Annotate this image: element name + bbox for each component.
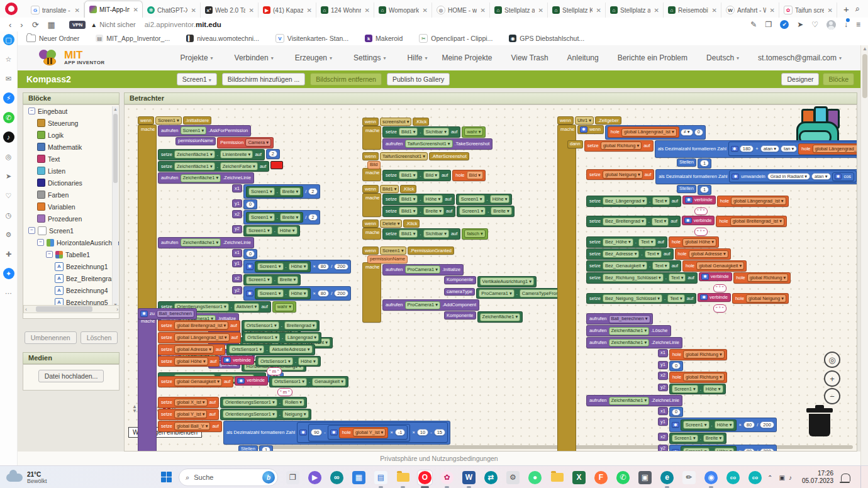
browser-tab[interactable]: ⌂Reisemobilp✕ bbox=[664, 3, 721, 18]
block-tx[interactable]: ✱verbinde bbox=[682, 196, 716, 204]
block-row[interactable]: setzeZeichenfläche1 ▾.Linienbreite ▾auf2 bbox=[158, 149, 351, 160]
tray-icon[interactable]: ♪ bbox=[789, 474, 792, 481]
browser-tab[interactable]: WAnfahrt - W✕ bbox=[721, 3, 779, 18]
block-l[interactable]: . bbox=[699, 387, 702, 392]
tree-item-horizontaleausrichtun[interactable]: −HorizontaleAusrichtun bbox=[23, 236, 119, 248]
teal-app-2-icon[interactable]: co bbox=[748, 470, 762, 485]
bookmark-item[interactable]: ✂Openclipart - Clippi... bbox=[419, 34, 492, 43]
block-row[interactable]: wennScreen1 ▾.PermissionGranted bbox=[362, 247, 569, 255]
block-cp[interactable]: Bez_Neigung_Schlüssel ▾ bbox=[603, 294, 662, 302]
browser-tab[interactable]: ✻ChatGPT-X✕ bbox=[143, 3, 201, 18]
block-row[interactable]: aufrufenZeichenfläche1 ▾.ZeichneLinie bbox=[158, 172, 351, 184]
block-lp[interactable]: y2 bbox=[232, 225, 242, 233]
block-l[interactable]: . bbox=[419, 231, 421, 236]
block-str[interactable]: " ° " bbox=[713, 304, 726, 313]
block-cp[interactable]: Text ▾ bbox=[667, 294, 685, 302]
block-cp[interactable]: Bez_Höhe ▾ bbox=[603, 238, 633, 247]
block-cp[interactable]: Längengrad ▾ bbox=[285, 333, 319, 341]
block-st[interactable]: setzeBild1 ▾.Sichtbar ▾auf bbox=[382, 228, 460, 240]
procedure-bali-berechnen[interactable]: mache✱zuBali_berechnensetzeglobal Breite… bbox=[138, 308, 450, 452]
block-ma[interactable]: 0 bbox=[243, 199, 257, 209]
block-cp[interactable]: Höhe ▾ bbox=[490, 195, 510, 203]
block-st[interactable]: OrtsSensor1 ▾.Höhe ▾ bbox=[255, 356, 321, 367]
block-row[interactable]: setzeZeichenfläche1 ▾.ZeichenFarbe ▾auf bbox=[158, 161, 351, 172]
block-spine[interactable]: mache bbox=[362, 193, 381, 217]
block-ev[interactable]: .Klick bbox=[400, 185, 416, 193]
block-cp[interactable]: Bild1 ▾ bbox=[399, 230, 418, 238]
block-vr[interactable]: holeglobal Y_ist ▾ bbox=[339, 427, 389, 438]
block-mut[interactable]: ✱ bbox=[732, 174, 739, 179]
block-ma2[interactable]: ✱180+atan ▾tan ▾holeglobal Längengrad_is… bbox=[728, 141, 857, 156]
block-row[interactable]: Bild bbox=[367, 161, 486, 169]
block-cp[interactable]: Höhe ▾ bbox=[289, 289, 309, 297]
block-vr[interactable]: setzeglobal Genauigkeit ▾auf bbox=[158, 376, 233, 387]
block-l[interactable]: . bbox=[419, 173, 421, 178]
block-lp[interactable]: x2 bbox=[658, 372, 668, 380]
block-l[interactable]: hole bbox=[455, 173, 465, 178]
block-st[interactable]: setzeBez_Adresse ▾.Text ▾auf bbox=[586, 248, 674, 260]
block-ma[interactable]: 1 bbox=[259, 445, 273, 452]
block-st[interactable]: OrtsSensor1 ▾.Breitengrad ▾ bbox=[242, 320, 320, 331]
block-row[interactable]: setzeBild1 ▾.Bild ▾aufholeBild ▾ bbox=[382, 170, 486, 181]
block-row[interactable]: aufrufenBali_berechnen ▾ bbox=[586, 313, 857, 324]
header-link[interactable]: Berichte ein Problem bbox=[618, 53, 687, 62]
block-st[interactable]: Screen1 ▾.Höhe ▾ bbox=[681, 446, 737, 452]
block-ev[interactable]: .AfterScreenshot bbox=[429, 152, 469, 160]
tree-item-eingebaut[interactable]: −Eingebaut bbox=[23, 105, 119, 117]
delete-button[interactable]: Löschen bbox=[81, 331, 118, 344]
browser-tab[interactable]: ⌂124 Wohnm✕ bbox=[316, 3, 374, 18]
block-st[interactable]: Screen1 ▾.Höhe ▾ bbox=[669, 384, 726, 395]
block-row[interactable]: setzeglobal Breitengrad_ist ▾aufOrtsSens… bbox=[158, 320, 450, 331]
block-lp[interactable]: x2 bbox=[232, 274, 242, 282]
block-l[interactable]: hole bbox=[685, 263, 695, 269]
block-cp[interactable]: Bild1 ▾ bbox=[399, 207, 418, 215]
taskbar-search[interactable]: ⌕ Suche b bbox=[179, 469, 278, 486]
block-vrp[interactable]: global Y_ist ▾ bbox=[174, 410, 208, 418]
block-cp[interactable]: Zeichenfläche1 ▾ bbox=[174, 162, 215, 170]
block-row[interactable]: x2Screen1 ▾.Breite ▾/2 bbox=[232, 210, 351, 225]
show-desktop-button[interactable] bbox=[860, 466, 864, 488]
block-row[interactable]: setzeBez_Adresse ▾.Text ▾aufholeglobal A… bbox=[586, 248, 857, 260]
block-row[interactable]: setzeBild1 ▾.Sichtbar ▾aufwahr ▾ bbox=[382, 126, 492, 138]
block-cp[interactable]: OrientierungsSensor1 ▾ bbox=[223, 410, 277, 418]
block-cp[interactable]: Bez_Richtung_Schlüssel ▾ bbox=[603, 274, 664, 282]
block-mut[interactable]: ✱ bbox=[685, 197, 693, 202]
block-lp[interactable]: x2 bbox=[658, 433, 668, 441]
tree-item-dictionaries[interactable]: Dictionaries bbox=[23, 177, 119, 189]
task-view-icon[interactable]: ❐ bbox=[286, 470, 300, 485]
block-vrp[interactable]: global Höhe ▾ bbox=[174, 357, 208, 365]
block-mut[interactable]: ✱ bbox=[580, 126, 587, 132]
block-in[interactable]: 80 bbox=[318, 263, 329, 270]
block-lp[interactable]: x1 bbox=[232, 184, 242, 192]
block-row[interactable]: y10 bbox=[232, 199, 351, 209]
new-tab-button[interactable]: + bbox=[837, 4, 855, 14]
taskbar-clock[interactable]: 17:26 05.07.2023 bbox=[802, 470, 833, 485]
block-st[interactable]: Screen1 ▾.Höhe ▾ bbox=[681, 419, 737, 431]
block-vr[interactable]: holeglobal Längengrad_ist ▾ bbox=[608, 126, 679, 138]
block-cp[interactable]: Bild1 ▾ bbox=[399, 128, 418, 136]
block-vr[interactable]: holeglobal Höhe ▾ bbox=[669, 236, 719, 248]
block-vr[interactable]: setzeglobal X_ist ▾auf bbox=[158, 397, 219, 408]
block-row[interactable]: x2Screen1 ▾.Breite ▾ bbox=[232, 274, 351, 286]
block-l[interactable]: × bbox=[738, 423, 742, 428]
block-vrp[interactable]: global Adresse ▾ bbox=[689, 250, 728, 258]
block-row[interactable]: Stellen1 bbox=[677, 185, 857, 195]
menu-settings[interactable]: Settings▾ bbox=[353, 53, 386, 62]
block-st[interactable]: Screen1 ▾.Höhe ▾ bbox=[255, 261, 311, 272]
block-pm[interactable]: permissionName bbox=[367, 255, 408, 263]
block-mut[interactable]: ✱ bbox=[672, 422, 679, 428]
screen-selector-dropdown[interactable]: Screen1 ▾ bbox=[177, 73, 217, 86]
block-lp[interactable]: y2 bbox=[658, 384, 668, 392]
block-evp[interactable]: TaifunScreenshot1 ▾ bbox=[380, 152, 428, 160]
block-vr[interactable]: setzeglobal Adresse ▾auf bbox=[158, 344, 225, 355]
block-l[interactable]: setze bbox=[160, 152, 173, 157]
block-row[interactable]: Stellen1 bbox=[238, 445, 450, 452]
block-row[interactable]: aufrufenTaifunScreenshot1 ▾.TakeScreensh… bbox=[382, 138, 492, 150]
block-ma2[interactable]: ✱90-✱holeglobal Y_ist ▾×-1×10-15 bbox=[297, 422, 448, 443]
block-row[interactable]: y10 bbox=[658, 361, 857, 371]
block-l[interactable]: . bbox=[711, 423, 713, 428]
block-l[interactable]: wenn bbox=[589, 127, 601, 132]
block-row[interactable]: x10 bbox=[658, 407, 857, 417]
block-l[interactable]: / bbox=[330, 264, 333, 269]
forward-button[interactable]: › bbox=[20, 20, 23, 30]
